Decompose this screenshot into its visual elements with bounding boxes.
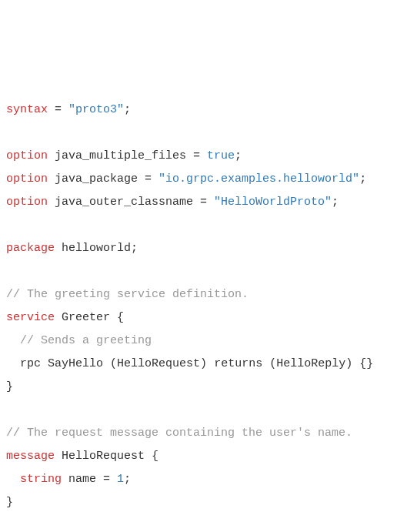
code-token: } [6, 496, 13, 509]
code-line: string name = 1; [6, 468, 411, 491]
code-token: ; [235, 149, 242, 162]
code-token: ; [359, 172, 366, 186]
code-line: // The greeting service definition. [6, 283, 411, 306]
code-token: ; [332, 196, 339, 209]
code-token: java_package [55, 172, 138, 186]
code-token: // Sends a greeting [20, 334, 152, 347]
code-token: HelloReply [276, 357, 345, 370]
code-token: Greeter [62, 311, 110, 324]
code-token: ) {} [345, 357, 373, 370]
code-token: string [20, 473, 62, 486]
code-token: service [6, 311, 55, 324]
code-token: syntax [6, 103, 48, 116]
code-token: SayHello [48, 357, 103, 370]
code-token: ( [103, 357, 117, 370]
code-token: { [145, 450, 158, 463]
code-token: rpc [20, 357, 41, 370]
code-token: ; [131, 242, 138, 255]
code-token: { [110, 311, 124, 324]
code-line: // The request message containing the us… [6, 422, 411, 445]
code-line [6, 260, 411, 283]
code-token: = [193, 196, 214, 209]
code-token: ; [124, 473, 131, 486]
code-line: // Sends a greeting [6, 330, 411, 353]
code-token: HelloRequest [117, 357, 200, 370]
code-line: option java_multiple_files = true; [6, 145, 411, 168]
code-token: "proto3" [68, 103, 124, 116]
code-line [6, 122, 411, 145]
code-token: = [138, 172, 158, 186]
code-token: HelloRequest [62, 450, 145, 463]
code-token [48, 149, 55, 162]
code-token: returns [214, 357, 262, 370]
code-block: syntax = "proto3"; option java_multiple_… [6, 99, 411, 532]
code-token: option [6, 149, 48, 162]
code-token [55, 450, 62, 463]
code-line: package helloworld; [6, 237, 411, 260]
code-line: } [6, 376, 411, 399]
code-token: } [6, 380, 13, 393]
code-token: ) [200, 357, 214, 370]
code-token: ; [124, 103, 131, 116]
code-token [55, 311, 62, 324]
code-line: syntax = "proto3"; [6, 99, 411, 122]
code-token: true [207, 149, 235, 162]
code-line: rpc SayHello (HelloRequest) returns (Hel… [6, 353, 411, 376]
code-line: } [6, 491, 411, 514]
code-token: "io.grpc.examples.helloworld" [158, 172, 359, 186]
code-token: option [6, 172, 48, 186]
code-token [6, 473, 20, 486]
code-token [48, 172, 55, 186]
code-token: name [68, 473, 96, 486]
code-token: // The greeting service definition. [6, 288, 249, 301]
code-line: service Greeter { [6, 306, 411, 330]
code-token [62, 473, 68, 486]
code-line: message HelloRequest { [6, 445, 411, 468]
code-token [41, 357, 48, 370]
code-token: ( [262, 357, 276, 370]
code-token: java_outer_classname [55, 196, 193, 209]
code-line [6, 399, 411, 422]
code-line: option java_package = "io.grpc.examples.… [6, 168, 411, 191]
code-token: = [186, 149, 207, 162]
code-token: = [48, 103, 68, 116]
code-token: option [6, 196, 48, 209]
code-token: package [6, 242, 55, 255]
code-token: message [6, 450, 55, 463]
code-line: option java_outer_classname = "HelloWorl… [6, 191, 411, 214]
code-token: 1 [117, 473, 124, 486]
code-token: java_multiple_files [55, 149, 186, 162]
code-token [6, 334, 20, 347]
code-line [6, 514, 411, 532]
code-token [48, 196, 55, 209]
code-line [6, 214, 411, 237]
code-token: // The request message containing the us… [6, 427, 352, 440]
code-token: = [96, 473, 117, 486]
code-token [6, 357, 20, 370]
code-token: helloworld [62, 242, 131, 255]
code-token [55, 242, 62, 255]
code-token: "HelloWorldProto" [214, 196, 332, 209]
